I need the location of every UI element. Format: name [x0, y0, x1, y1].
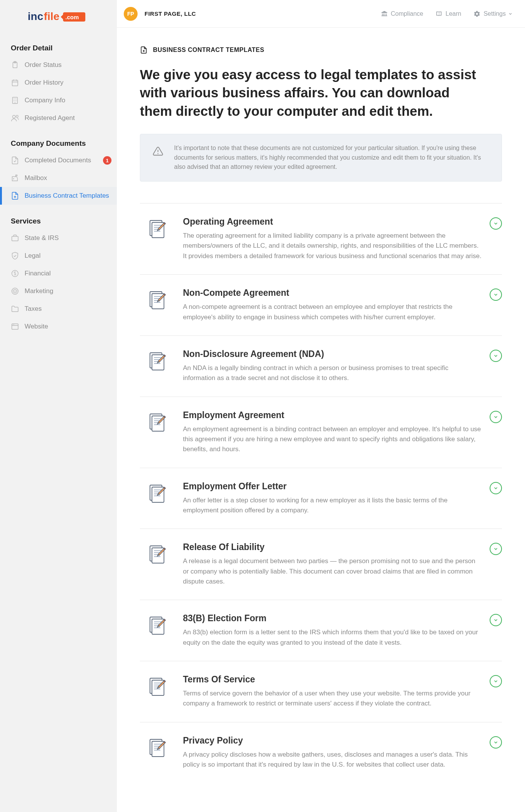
mailbox-icon — [11, 174, 19, 182]
sidebar-item-completed-documents[interactable]: Completed Documents1 — [0, 152, 117, 169]
sidebar-item-label: Mailbox — [25, 174, 47, 182]
shield-icon — [11, 252, 19, 260]
download-button[interactable] — [490, 217, 502, 230]
download-button[interactable] — [490, 736, 502, 749]
template-row: Non-Disclosure Agreement (NDA)An NDA is … — [140, 335, 502, 397]
download-button[interactable] — [490, 482, 502, 494]
sidebar-badge: 1 — [103, 156, 111, 165]
top-link-label: Compliance — [391, 10, 423, 17]
notice: It's important to note that these docume… — [140, 134, 502, 182]
template-title: Non-Disclosure Agreement (NDA) — [183, 349, 482, 359]
sidebar-item-state-irs[interactable]: State & IRS — [0, 229, 117, 247]
download-button[interactable] — [490, 350, 502, 362]
sidebar-item-label: Website — [25, 323, 48, 330]
template-row: Operating AgreementThe operating agreeme… — [140, 203, 502, 274]
download-button[interactable] — [490, 675, 502, 687]
top-link-label: Settings — [483, 10, 506, 17]
document-icon — [148, 677, 168, 699]
document-icon — [148, 615, 168, 638]
download-button[interactable] — [490, 288, 502, 301]
top-link-compliance[interactable]: Compliance — [381, 10, 423, 17]
logo[interactable]: inc file .com — [0, 0, 117, 39]
briefcase-icon — [11, 234, 19, 242]
template-title: Employment Agreement — [183, 410, 482, 420]
clipboard-icon — [11, 61, 19, 69]
sidebar-item-label: Registered Agent — [25, 114, 75, 122]
document-icon — [148, 484, 168, 506]
sidebar-section-title: Order Detail — [0, 39, 117, 56]
sidebar-item-order-history[interactable]: Order History — [0, 74, 117, 92]
template-title: Terms Of Service — [183, 674, 482, 685]
sidebar-item-label: Order History — [25, 79, 63, 87]
agent-icon — [11, 114, 19, 122]
sidebar-item-order-status[interactable]: Order Status — [0, 56, 117, 74]
sidebar-item-taxes[interactable]: Taxes — [0, 300, 117, 318]
sidebar-section-title: Services — [0, 212, 117, 229]
sidebar-item-label: State & IRS — [25, 234, 59, 242]
template-title: Non-Compete Agreement — [183, 288, 482, 298]
template-row: Privacy PolicyA privacy policy discloses… — [140, 722, 502, 783]
page-label: BUSINESS CONTRACT TEMPLATES — [140, 46, 502, 54]
template-row: Employment Offer LetterAn offer letter i… — [140, 468, 502, 529]
sidebar-item-marketing[interactable]: Marketing — [0, 282, 117, 300]
template-title: Privacy Policy — [183, 735, 482, 746]
company-name[interactable]: FIRST PAGE, LLC — [145, 10, 196, 17]
template-description: A release is a legal document between tw… — [183, 556, 482, 587]
page-label-text: BUSINESS CONTRACT TEMPLATES — [153, 47, 264, 53]
template-description: An employment agreement is a binding con… — [183, 424, 482, 455]
svg-text:file: file — [44, 11, 59, 22]
target-icon — [11, 287, 19, 295]
sidebar-item-label: Taxes — [25, 305, 42, 313]
sidebar-item-financial[interactable]: Financial — [0, 265, 117, 282]
template-description: An offer letter is a step closer to work… — [183, 495, 482, 516]
download-button[interactable] — [490, 411, 502, 423]
notice-text: It's important to note that these docume… — [174, 143, 489, 172]
dollar-icon — [11, 269, 19, 278]
doc-check-icon — [11, 156, 19, 165]
sidebar-item-website[interactable]: Website — [0, 318, 117, 335]
template-description: An 83(b) election form is a letter sent … — [183, 627, 482, 648]
template-row: Terms Of ServiceTerms of service govern … — [140, 661, 502, 722]
sidebar-item-legal[interactable]: Legal — [0, 247, 117, 265]
sidebar-item-registered-agent[interactable]: Registered Agent — [0, 109, 117, 127]
download-button[interactable] — [490, 614, 502, 626]
sidebar-item-label: Marketing — [25, 287, 53, 295]
building-icon — [11, 96, 19, 105]
template-description: A privacy policy discloses how a website… — [183, 750, 482, 770]
template-title: Employment Offer Letter — [183, 481, 482, 492]
template-row: Release Of LiabilityA release is a legal… — [140, 529, 502, 600]
top-link-label: Learn — [445, 10, 461, 17]
top-link-settings[interactable]: Settings — [473, 10, 513, 17]
template-title: Release Of Liability — [183, 542, 482, 552]
download-button[interactable] — [490, 543, 502, 555]
browser-icon — [11, 322, 19, 331]
svg-text:.com: .com — [65, 14, 79, 20]
template-row: Employment AgreementAn employment agreem… — [140, 397, 502, 468]
sidebar-item-label: Legal — [25, 252, 41, 260]
top-link-learn[interactable]: Learn — [435, 10, 461, 17]
document-icon — [148, 219, 168, 241]
template-description: An NDA is a legally binding contract in … — [183, 363, 482, 383]
sidebar-item-label: Company Info — [25, 97, 65, 104]
template-row: 83(B) Election FormAn 83(b) election for… — [140, 600, 502, 661]
svg-marker-3 — [61, 15, 63, 19]
sidebar-item-company-info[interactable]: Company Info — [0, 92, 117, 109]
sidebar-item-label: Order Status — [25, 61, 61, 69]
sidebar-item-mailbox[interactable]: Mailbox — [0, 169, 117, 187]
template-title: Operating Agreement — [183, 217, 482, 227]
doc-plus-icon — [11, 192, 19, 200]
document-icon — [148, 544, 168, 567]
chevron-down-icon — [508, 12, 513, 16]
sidebar-section-title: Company Documents — [0, 135, 117, 152]
template-row: Non-Compete AgreementA non-compete agree… — [140, 274, 502, 335]
document-icon — [148, 412, 168, 435]
calendar-icon — [11, 78, 19, 87]
gear-icon — [473, 10, 480, 17]
avatar[interactable]: FP — [124, 7, 138, 21]
sidebar-item-label: Completed Documents — [25, 157, 91, 164]
sidebar-item-business-contract-templates[interactable]: Business Contract Templates — [0, 187, 117, 205]
sidebar-item-label: Business Contract Templates — [25, 192, 109, 200]
svg-point-8 — [158, 153, 158, 154]
document-icon — [148, 290, 168, 312]
sidebar-item-label: Financial — [25, 270, 51, 277]
